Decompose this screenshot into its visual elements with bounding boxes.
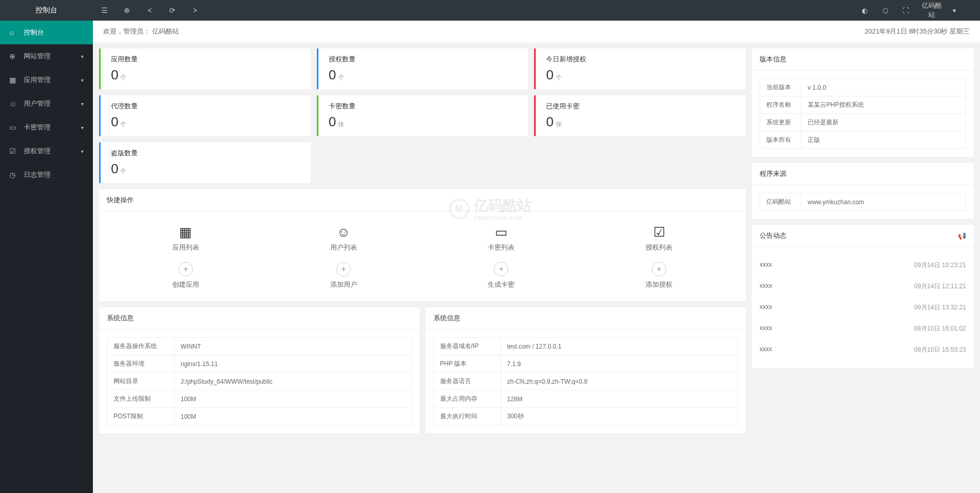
announce-item[interactable]: xxxx09月14日 12:11:21 — [760, 276, 966, 297]
announce-item[interactable]: xxxx08月10日 15:53:23 — [760, 339, 966, 360]
sidebar-item[interactable]: ▭卡密管理▾ — [0, 116, 93, 139]
megaphone-icon: 📢 — [958, 232, 966, 240]
sidebar-item[interactable]: ⌂控制台 — [0, 21, 93, 44]
table-key: 文件上传限制 — [107, 390, 174, 408]
quick-action[interactable]: ☺用户列表 — [265, 219, 423, 256]
table-val: 7.1.9 — [501, 355, 738, 373]
sidebar-icon: ◷ — [9, 171, 20, 179]
version-card: 版本信息 当前版本v 1.0.0程序名称某某云PHP授权系统系统更新已经是最新版… — [752, 48, 974, 157]
logo: 控制台 — [0, 6, 93, 15]
stat-card: 授权数量0个 — [317, 48, 528, 89]
sidebar-item-label: 网站管理 — [24, 52, 51, 61]
sidebar: ⌂控制台⊕网站管理▾▦应用管理▾☺用户管理▾▭卡密管理▾☑授权管理▾◷日志管理 — [0, 21, 93, 493]
stat-title: 盗版数量 — [111, 149, 300, 158]
version-table: 当前版本v 1.0.0程序名称某某云PHP授权系统系统更新已经是最新版本所有正版 — [760, 78, 966, 149]
stat-value: 0个 — [111, 67, 300, 83]
sysinfo-card-2: 系统信息 服务器域名/IPtest.com / 127.0.0.1PHP 版本7… — [426, 307, 746, 433]
table-key: 服务器语言 — [433, 373, 501, 390]
quick-action[interactable]: +生成卡密 — [423, 256, 581, 293]
table-key: 程序名称 — [760, 96, 801, 114]
stat-title: 卡密数量 — [329, 102, 518, 111]
stat-value: 0张 — [546, 114, 735, 130]
table-row: 最大执行时间300秒 — [433, 408, 738, 425]
chevron-down-icon: ▾ — [81, 54, 84, 59]
tag-icon[interactable]: ⬡ — [875, 7, 895, 14]
menu-toggle-icon[interactable]: ☰ — [93, 6, 116, 14]
table-row: 版本所有正版 — [760, 132, 966, 149]
sidebar-item-label: 授权管理 — [24, 146, 51, 156]
quick-actions-card: 快捷操作 ▦应用列表☺用户列表▭卡密列表☑授权列表+创建应用+添加用户+生成卡密… — [99, 189, 746, 301]
quick-action-label: 添加授权 — [580, 280, 738, 289]
refresh-icon[interactable]: ⟳ — [161, 6, 184, 14]
table-key: 亿码酷站 — [760, 193, 801, 211]
quick-action-icon: ▦ — [107, 223, 265, 241]
sidebar-item[interactable]: ◷日志管理 — [0, 163, 93, 187]
table-key: 服务器操作系统 — [107, 338, 174, 355]
table-row: 最大占用内存128M — [433, 390, 738, 408]
source-card: 程序来源 亿码酷站www.ymkuzhan.com — [752, 163, 974, 219]
sidebar-icon: ☺ — [9, 100, 20, 108]
stat-value: 0个 — [329, 67, 518, 83]
stat-card: 已使用卡密0张 — [534, 95, 746, 136]
table-row: POST限制100M — [107, 408, 412, 425]
quick-action-icon: + — [580, 260, 738, 278]
quick-action-label: 创建应用 — [107, 280, 265, 289]
sidebar-icon: ▭ — [9, 123, 20, 132]
globe-icon[interactable]: ⊕ — [116, 6, 138, 14]
welcome-username: 亿码酷站 — [152, 27, 179, 35]
announce-text: xxxx — [760, 282, 772, 291]
table-row: PHP 版本7.1.9 — [433, 355, 738, 373]
topbar-right: ◐ ⬡ ⛶ 亿码酷站 ▾ — [854, 1, 980, 20]
user-dropdown[interactable]: 亿码酷站 ▾ — [916, 1, 970, 20]
table-row: 亿码酷站www.ymkuzhan.com — [760, 193, 966, 211]
sidebar-item[interactable]: ☺用户管理▾ — [0, 92, 93, 116]
quick-action[interactable]: +添加用户 — [265, 256, 423, 293]
table-row: 网站目录J:/phpStudy_64/WWW/test/public — [107, 373, 412, 390]
theme-icon[interactable]: ◐ — [854, 7, 875, 14]
sidebar-item[interactable]: ⊕网站管理▾ — [0, 44, 93, 68]
announce-item[interactable]: xxxx09月14日 10:23:21 — [760, 255, 966, 276]
table-val: 某某云PHP授权系统 — [801, 96, 966, 114]
table-row: 文件上传限制100M — [107, 390, 412, 408]
table-key: 网站目录 — [107, 373, 174, 390]
plus-icon: + — [179, 262, 193, 276]
chevron-down-icon: ▾ — [81, 149, 84, 154]
sidebar-item[interactable]: ▦应用管理▾ — [0, 68, 93, 92]
stat-value: 0个 — [111, 161, 300, 177]
stat-value: 0个 — [111, 114, 300, 130]
table-val: nginx/1.15.11 — [174, 355, 412, 373]
table-val: v 1.0.0 — [801, 79, 966, 96]
stat-card: 今日新增授权0个 — [534, 48, 746, 89]
stat-value: 0个 — [546, 67, 735, 83]
quick-action-icon: ☺ — [265, 223, 423, 241]
announce-text: xxxx — [760, 303, 772, 312]
stat-value: 0张 — [329, 114, 518, 130]
table-val: 正版 — [801, 132, 966, 149]
datetime: 2021年9月1日 8时35分30秒 星期三 — [864, 27, 970, 36]
sidebar-item[interactable]: ☑授权管理▾ — [0, 139, 93, 163]
stat-title: 今日新增授权 — [546, 55, 735, 64]
sidebar-icon: ▦ — [9, 76, 20, 84]
announce-item[interactable]: xxxx09月14日 13:32:21 — [760, 297, 966, 318]
stats-extra: 盗版数量0个 — [99, 142, 746, 183]
quick-action[interactable]: +创建应用 — [107, 256, 265, 293]
announce-list: xxxx09月14日 10:23:21xxxx09月14日 12:11:21xx… — [752, 247, 974, 368]
fullscreen-icon[interactable]: ⛶ — [895, 7, 916, 14]
announce-text: xxxx — [760, 261, 772, 270]
chevron-down-icon: ▾ — [81, 101, 84, 107]
announce-item[interactable]: xxxx08月10日 16:01:02 — [760, 318, 966, 339]
stat-card: 代理数量0个 — [99, 95, 311, 136]
stat-card: 应用数量0个 — [99, 48, 311, 89]
quick-action[interactable]: ▭卡密列表 — [423, 219, 581, 256]
sysinfo-table-1: 服务器操作系统WINNT服务器环境nginx/1.15.11网站目录J:/php… — [107, 337, 412, 425]
quick-action[interactable]: ▦应用列表 — [107, 219, 265, 256]
table-val: 100M — [174, 390, 412, 408]
sysinfo-card-1: 系统信息 服务器操作系统WINNT服务器环境nginx/1.15.11网站目录J… — [99, 307, 420, 433]
quick-action[interactable]: ☑授权列表 — [580, 219, 738, 256]
source-title: 程序来源 — [752, 163, 974, 185]
quick-action[interactable]: +添加授权 — [580, 256, 738, 293]
forward-icon[interactable]: > — [184, 6, 206, 14]
announce-time: 09月14日 12:11:21 — [914, 282, 966, 291]
back-icon[interactable]: < — [138, 6, 161, 14]
table-key: POST限制 — [107, 408, 174, 425]
